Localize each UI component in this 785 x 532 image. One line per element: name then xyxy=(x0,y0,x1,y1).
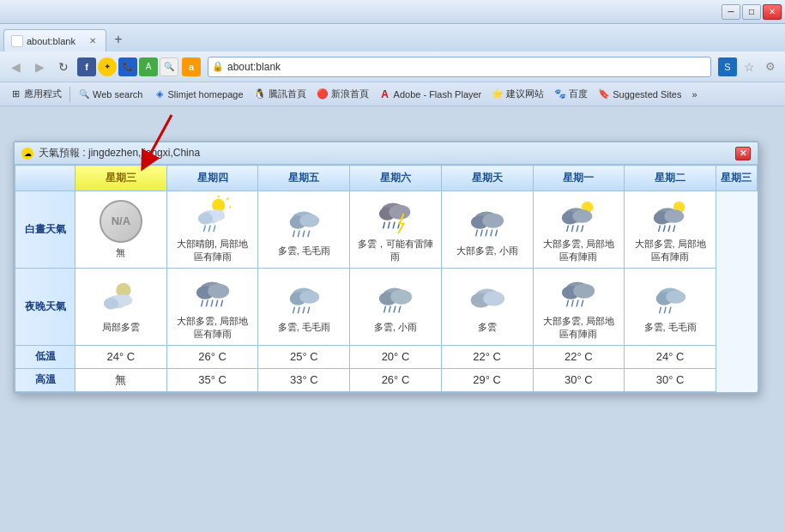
night-icon-2 xyxy=(283,278,324,319)
bookmark-websearch-label: Web search xyxy=(93,89,143,100)
suggest-icon: ⭐ xyxy=(492,88,504,100)
night-icon-1 xyxy=(192,272,233,313)
bookmark-adobe[interactable]: A Adobe - Flash Player xyxy=(375,87,486,102)
toolbar-icon-1[interactable]: ✦ xyxy=(98,57,117,76)
bookmark-suggest[interactable]: ⭐ 建议网站 xyxy=(487,86,548,102)
tencent-icon: 🐧 xyxy=(254,88,266,100)
bookmark-more[interactable]: » xyxy=(687,88,701,101)
svg-line-46 xyxy=(663,226,665,233)
bookmark-baidu[interactable]: 🐾 百度 xyxy=(550,86,592,102)
night-weather-0: 局部多雲 xyxy=(75,268,167,345)
maximize-button[interactable]: □ xyxy=(742,4,761,20)
svg-line-16 xyxy=(303,230,305,237)
back-button[interactable]: ◀ xyxy=(5,57,26,77)
bookmark-sina[interactable]: 🔴 新浪首頁 xyxy=(312,86,373,102)
bookmark-suggest-label: 建议网站 xyxy=(506,88,544,100)
svg-line-90 xyxy=(669,307,671,314)
header-row: 星期三 星期四 星期五 星期六 星期天 星期一 星期二 星期三 xyxy=(15,166,758,191)
bookmark-websearch[interactable]: 🔍 Web search xyxy=(74,87,148,102)
toolbar-icon-2[interactable]: 📞 xyxy=(118,57,137,76)
bookmark-apps[interactable]: ⊞ 應用程式 xyxy=(5,86,66,102)
night-weather-1: 大部多雲, 局部地區有陣雨 xyxy=(166,268,258,345)
svg-line-45 xyxy=(659,226,661,233)
low-temp-label: 低溫 xyxy=(15,345,75,368)
night-desc-3: 多雲, 小雨 xyxy=(353,321,438,334)
svg-line-74 xyxy=(399,306,401,313)
svg-point-63 xyxy=(299,291,319,304)
day-icon-3 xyxy=(375,195,416,236)
day-icon-2 xyxy=(283,202,324,243)
toolbar: ◀ ▶ ↻ f ✦ 📞 A 🔍 a 🔒 S ☆ ⚙ xyxy=(0,51,785,82)
high-temp-2: 33° C xyxy=(258,368,350,391)
day-icon-5 xyxy=(558,195,599,236)
facebook-icon[interactable]: f xyxy=(77,57,96,76)
high-temp-5: 30° C xyxy=(533,368,625,391)
night-weather-3: 多雲, 小雨 xyxy=(350,268,442,345)
day-desc-1: 大部晴朗, 局部地區有陣雨 xyxy=(171,238,255,264)
svg-line-3 xyxy=(226,198,228,200)
weather-close-button[interactable]: ✕ xyxy=(735,147,751,160)
svg-point-52 xyxy=(104,299,118,310)
day-desc-5: 大部多雲, 局部地區有陣雨 xyxy=(537,238,621,264)
svg-point-80 xyxy=(574,283,595,298)
night-desc-5: 大部多雲, 局部地區有陣雨 xyxy=(537,315,621,342)
svg-line-65 xyxy=(299,307,300,314)
day-icon-6 xyxy=(649,195,691,236)
night-icon-4 xyxy=(467,278,508,319)
header-day-1: 星期四 xyxy=(166,166,258,191)
search-engine-icon[interactable]: S xyxy=(718,57,737,76)
tab-close-button[interactable]: ✕ xyxy=(87,35,99,47)
svg-line-48 xyxy=(673,226,675,233)
bookmark-slimjet[interactable]: ◈ Slimjet homepage xyxy=(149,87,248,102)
minimize-button[interactable]: ─ xyxy=(722,4,740,20)
browser-content: ☁ 天氣預報 : jingdezhen,jiangxi,China ✕ 星期三 … xyxy=(0,106,785,532)
new-tab-button[interactable]: + xyxy=(108,29,129,50)
bookmark-more-label: » xyxy=(691,89,697,100)
address-bar-container[interactable]: 🔒 xyxy=(208,57,711,77)
low-temp-0: 24° C xyxy=(75,345,167,368)
svg-line-88 xyxy=(660,307,661,314)
forward-button[interactable]: ▶ xyxy=(29,57,50,77)
day-desc-0: 無 xyxy=(79,246,163,259)
high-temp-1: 35° C xyxy=(166,368,258,391)
svg-line-66 xyxy=(303,307,305,314)
toolbar-icon-4[interactable]: 🔍 xyxy=(160,57,178,76)
bookmark-tencent[interactable]: 🐧 騰訊首頁 xyxy=(250,86,311,102)
day-weather-5: 大部多雲, 局部地區有陣雨 xyxy=(533,191,625,269)
browser-frame: ─ □ ✕ about:blank ✕ + ◀ ▶ ↻ f ✦ 📞 A 🔍 a xyxy=(0,0,785,532)
svg-line-56 xyxy=(201,299,202,306)
header-day-2: 星期五 xyxy=(258,166,350,191)
refresh-button[interactable]: ↻ xyxy=(53,57,74,77)
low-temp-3: 20° C xyxy=(350,345,442,368)
weather-app-icon: ☁ xyxy=(21,148,33,160)
active-tab[interactable]: about:blank ✕ xyxy=(3,29,106,51)
night-icon-6 xyxy=(649,278,691,319)
night-weather-2: 多雲, 毛毛雨 xyxy=(258,268,350,345)
svg-line-29 xyxy=(480,229,482,236)
title-bar: ─ □ ✕ xyxy=(0,0,785,24)
toolbar-icons: f ✦ 📞 A 🔍 xyxy=(77,57,178,76)
address-input[interactable] xyxy=(227,61,707,73)
svg-line-9 xyxy=(208,226,210,233)
night-desc-4: 多雲 xyxy=(445,321,529,334)
night-icon-0 xyxy=(100,278,142,319)
svg-line-23 xyxy=(393,222,395,229)
svg-line-38 xyxy=(572,226,574,233)
day-icon-1 xyxy=(192,195,233,236)
svg-line-39 xyxy=(577,226,578,233)
toolbar-icon-3[interactable]: A xyxy=(139,57,158,76)
settings-button[interactable]: ⚙ xyxy=(761,57,780,76)
svg-line-8 xyxy=(203,226,205,233)
day-weather-2: 多雲, 毛毛雨 xyxy=(258,191,350,269)
amazon-icon[interactable]: a xyxy=(182,57,201,76)
svg-line-81 xyxy=(567,299,569,306)
low-temp-5: 22° C xyxy=(533,345,625,368)
svg-line-47 xyxy=(668,226,670,233)
bookmark-apps-label: 應用程式 xyxy=(24,88,62,100)
day-desc-6: 大部多雲, 局部地區有陣雨 xyxy=(628,238,712,264)
star-button[interactable]: ☆ xyxy=(740,57,758,76)
bookmark-suggested[interactable]: 🔖 Suggested Sites xyxy=(594,87,685,102)
night-desc-6: 多雲, 毛毛雨 xyxy=(628,321,712,334)
close-button[interactable]: ✕ xyxy=(763,4,782,20)
tab-label: about:blank xyxy=(27,36,75,46)
